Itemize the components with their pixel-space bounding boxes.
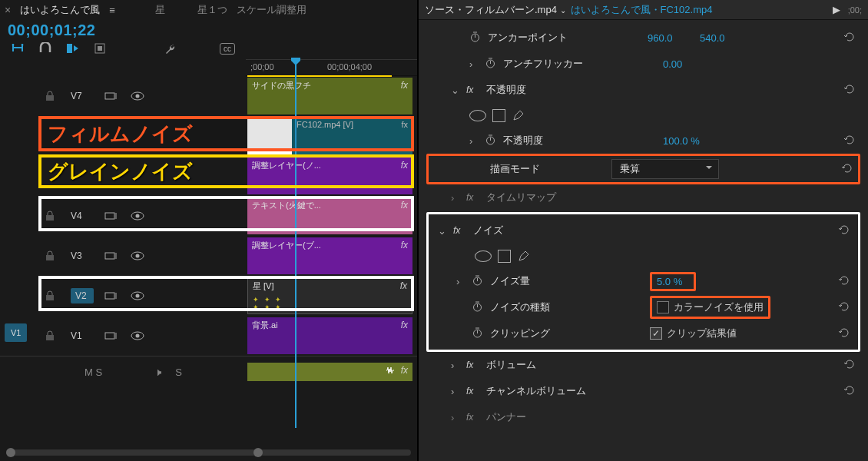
magnet-icon[interactable] — [38, 42, 52, 55]
blend-mode-dropdown[interactable]: 乗算 — [611, 159, 719, 179]
track-header-v7[interactable]: V7 — [0, 90, 246, 102]
group-opacity[interactable]: ⌄ fx 不透明度 — [426, 77, 860, 103]
rect-mask-icon[interactable] — [498, 250, 511, 263]
group-channel-volume[interactable]: › fx チャンネルボリューム — [426, 378, 860, 404]
effect-controls-tab[interactable]: はいよろこんで風・FC102.mp4 — [571, 3, 713, 17]
chevron-down-icon[interactable]: ⌄ — [438, 225, 447, 237]
reset-icon[interactable] — [838, 327, 855, 340]
clip-result-checkbox[interactable] — [650, 327, 662, 340]
track-name: V7 — [71, 91, 94, 101]
chevron-right-icon[interactable]: › — [451, 412, 460, 423]
ellipse-mask-icon[interactable] — [475, 250, 492, 262]
prop-noise-type: ノイズの種類 カラーノイズを使用 — [432, 294, 855, 320]
play-icon[interactable]: ▶ — [833, 4, 840, 15]
clip-audio[interactable]: fx — [247, 363, 412, 381]
marker-icon[interactable] — [94, 42, 106, 55]
chevron-right-icon[interactable]: › — [451, 386, 460, 397]
chevron-right-icon[interactable]: › — [469, 58, 479, 70]
timecode[interactable]: 00;00;01;22 — [0, 20, 417, 42]
eye-icon[interactable] — [131, 251, 144, 260]
svg-point-14 — [136, 254, 140, 258]
wrench-icon[interactable] — [164, 42, 177, 55]
pen-mask-icon[interactable] — [517, 249, 531, 263]
clip-label: 調整レイヤー(ブ... — [252, 240, 321, 251]
reset-icon[interactable] — [838, 224, 855, 237]
anchor-y-value[interactable]: 540.0 — [700, 32, 746, 44]
eye-icon[interactable] — [131, 91, 144, 101]
time-ruler[interactable]: ;00;00 00;00;04;00 — [246, 59, 417, 76]
mute-icon[interactable]: 🕨 — [154, 366, 164, 378]
reset-icon[interactable] — [841, 163, 858, 176]
prop-clipping: クリッピング クリップ結果値 — [432, 320, 855, 347]
ellipse-mask-icon[interactable] — [469, 110, 486, 121]
color-noise-checkbox[interactable] — [657, 301, 669, 313]
tab-menu-icon[interactable]: ≡ — [109, 5, 115, 16]
track-name: V1 — [71, 330, 94, 341]
source-patch-v1[interactable]: V1 — [5, 323, 27, 342]
timeline-zoom-scrollbar[interactable] — [0, 444, 417, 461]
stopwatch-icon[interactable] — [469, 31, 482, 45]
clip-adjust-blur[interactable]: 調整レイヤー(ブ... fx — [247, 237, 412, 274]
reset-icon[interactable] — [838, 301, 855, 314]
fx-badge-icon: fx — [466, 360, 480, 370]
tab-star1[interactable]: 星１つ — [197, 3, 227, 17]
track-header-v3[interactable]: V3 — [0, 250, 246, 262]
waveform-icon — [386, 366, 396, 375]
chevron-down-icon[interactable]: ⌄ — [451, 85, 460, 96]
tab-star[interactable]: 星 — [155, 3, 165, 17]
reset-icon[interactable] — [843, 385, 860, 398]
lock-icon[interactable] — [45, 330, 60, 342]
track-header-v1[interactable]: V1 — [0, 330, 246, 342]
pen-mask-icon[interactable] — [512, 108, 525, 122]
anchor-x-value[interactable]: 960.0 — [648, 32, 694, 44]
target-icon[interactable] — [104, 91, 120, 101]
scroll-thumb-left[interactable] — [6, 448, 15, 457]
clip-side-black[interactable]: サイドの黒フチ fx — [247, 78, 412, 114]
snap-icon[interactable] — [11, 42, 25, 55]
fx-badge-icon: fx — [401, 320, 408, 330]
reset-icon[interactable] — [843, 84, 860, 97]
prop-label: アンチフリッカー — [503, 57, 657, 71]
close-icon[interactable]: × — [5, 5, 11, 15]
caption-icon[interactable]: cc — [220, 43, 235, 55]
stopwatch-icon[interactable] — [485, 57, 497, 71]
linked-selection-icon[interactable] — [66, 42, 80, 55]
chevron-right-icon[interactable]: › — [456, 276, 465, 287]
antiflicker-value[interactable]: 0.00 — [663, 58, 709, 70]
stopwatch-icon[interactable] — [472, 300, 484, 314]
rect-mask-icon[interactable] — [492, 109, 505, 122]
target-icon[interactable] — [104, 330, 120, 341]
reset-icon[interactable] — [843, 134, 860, 148]
audio-track-header[interactable]: M S 🕨 S — [0, 366, 246, 378]
group-timeremap[interactable]: › fx タイムリマップ — [426, 184, 860, 211]
target-icon[interactable] — [104, 250, 120, 261]
source-dropdown[interactable]: ソース・フィルムバーン.mp4 ⌄ — [425, 3, 566, 17]
lock-icon[interactable] — [45, 250, 60, 262]
fx-badge-icon: fx — [466, 85, 480, 95]
stopwatch-icon[interactable] — [472, 327, 484, 340]
clip-bg[interactable]: 背景.ai fx — [247, 317, 412, 354]
chevron-right-icon[interactable]: › — [469, 135, 479, 147]
extra-timestamp: ;00; — [848, 5, 862, 15]
tab-active[interactable]: はいよろこんで風 — [20, 3, 100, 17]
lock-icon[interactable] — [45, 90, 60, 102]
reset-icon[interactable] — [843, 32, 860, 45]
chevron-right-icon[interactable]: › — [451, 192, 460, 204]
group-panner[interactable]: › fx パンナー — [426, 404, 860, 430]
group-volume[interactable]: › fx ボリューム — [426, 352, 860, 378]
tab-scale[interactable]: スケール調整用 — [237, 3, 306, 17]
stopwatch-icon[interactable] — [485, 134, 497, 148]
reset-icon[interactable] — [838, 275, 855, 288]
eye-icon[interactable] — [131, 331, 144, 340]
stopwatch-icon[interactable] — [472, 274, 484, 288]
solo-icon[interactable]: S — [175, 366, 182, 378]
opacity-value[interactable]: 100.0 % — [663, 135, 709, 147]
prop-anchor-point: アンカーポイント 960.0 540.0 — [426, 25, 860, 51]
scroll-thumb-right[interactable] — [253, 448, 263, 457]
noise-amount-value[interactable]: 5.0 % — [650, 272, 696, 291]
reset-icon[interactable] — [843, 359, 860, 372]
effect-controls-panel: アンカーポイント 960.0 540.0 › アンチフリッカー 0.00 ⌄ f… — [419, 20, 868, 461]
highlight-blend-mode: 描画モード 乗算 — [426, 154, 860, 184]
group-noise[interactable]: ⌄ fx ノイズ — [432, 217, 855, 244]
chevron-right-icon[interactable]: › — [451, 360, 460, 371]
